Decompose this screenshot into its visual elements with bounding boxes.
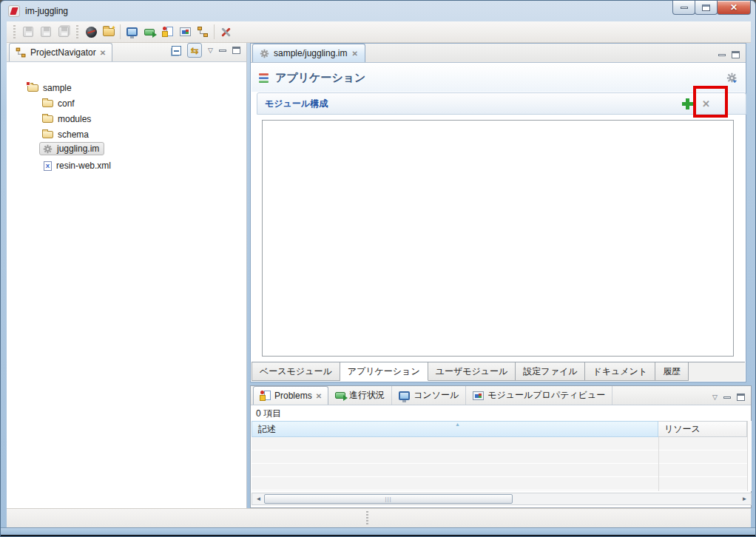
minimize-icon bbox=[681, 7, 688, 9]
collapse-all-icon[interactable] bbox=[172, 46, 181, 55]
view-minimize-icon[interactable] bbox=[219, 50, 226, 52]
tab-label: Problems bbox=[274, 391, 312, 401]
editor-area: sample/juggling.im ✕ アプリケーション モジュール構成 ✕ bbox=[250, 43, 746, 382]
window-controls: ✕ bbox=[673, 1, 751, 15]
gear-icon bbox=[43, 144, 53, 154]
tab-user-module[interactable]: ユーザモジュール bbox=[428, 362, 516, 381]
project-navigator-icon bbox=[16, 48, 27, 58]
toolbar-grip bbox=[76, 25, 78, 38]
main-toolbar: ✦ bbox=[7, 21, 751, 43]
folder-icon bbox=[42, 131, 53, 138]
preferences-button[interactable] bbox=[217, 23, 234, 41]
tab-progress[interactable]: 進行状況 bbox=[328, 386, 392, 405]
tree-item-juggling-im[interactable]: juggling.im bbox=[39, 142, 104, 155]
maximize-button[interactable] bbox=[695, 1, 718, 15]
tree-label: modules bbox=[58, 114, 91, 124]
new-spark-icon: ✦ bbox=[111, 24, 116, 31]
deploy-icon bbox=[86, 27, 97, 38]
view-maximize-icon[interactable] bbox=[232, 47, 240, 54]
save-as-button[interactable] bbox=[37, 23, 55, 41]
problems-table-body bbox=[252, 437, 747, 491]
view-maximize-icon[interactable] bbox=[737, 394, 745, 401]
deploy-button[interactable] bbox=[82, 23, 100, 41]
view-menu-icon[interactable]: ▽ bbox=[208, 47, 213, 54]
tab-document[interactable]: ドキュメント bbox=[585, 362, 655, 381]
save-all-button[interactable] bbox=[55, 23, 72, 41]
link-with-editor-icon[interactable]: ⇆ bbox=[187, 43, 202, 58]
editor-tab-row: sample/juggling.im ✕ bbox=[251, 44, 746, 63]
tab-module-property-view[interactable]: モジュールプロパティビュー bbox=[466, 386, 612, 405]
hierarchy-icon bbox=[198, 27, 209, 37]
tab-problems[interactable]: Problems ✕ bbox=[253, 386, 328, 405]
column-description[interactable]: 記述 ▲ bbox=[252, 421, 658, 437]
folder-icon bbox=[42, 115, 53, 123]
tab-sample-juggling-im[interactable]: sample/juggling.im ✕ bbox=[252, 44, 365, 62]
tab-base-module[interactable]: ベースモジュール bbox=[252, 362, 340, 381]
tab-label: モジュールプロパティビュー bbox=[487, 389, 605, 402]
tab-label: sample/juggling.im bbox=[274, 48, 347, 58]
tab-close-icon[interactable]: ✕ bbox=[351, 50, 357, 58]
save-button[interactable] bbox=[19, 23, 37, 41]
tree-item-conf[interactable]: conf bbox=[42, 97, 75, 110]
editor-bottom-tab-row: ベースモジュール アプリケーション ユーザモジュール 設定ファイル ドキュメント… bbox=[252, 362, 745, 381]
run-task-button[interactable] bbox=[141, 23, 158, 41]
tree-item-schema[interactable]: schema bbox=[42, 128, 89, 141]
module-list[interactable] bbox=[262, 120, 734, 357]
status-grip bbox=[366, 511, 368, 525]
run-task-icon bbox=[144, 29, 155, 36]
vertical-scrollbar-track[interactable] bbox=[747, 421, 752, 491]
project-tree: sample conf modules schema juggling.im X… bbox=[7, 62, 246, 508]
editor-maximize-icon[interactable] bbox=[732, 51, 740, 58]
tree-item-modules[interactable]: modules bbox=[42, 112, 91, 126]
scroll-right-icon[interactable]: ► bbox=[738, 493, 751, 504]
module-view-button[interactable] bbox=[176, 23, 194, 41]
import-project-button[interactable]: ✦ bbox=[100, 23, 118, 41]
horizontal-scrollbar[interactable]: ◄ ||| ► bbox=[252, 493, 752, 505]
tab-label: ProjectNavigator bbox=[30, 47, 96, 58]
scroll-left-icon[interactable]: ◄ bbox=[252, 493, 265, 504]
tree-item-resin-web-xml[interactable]: X resin-web.xml bbox=[44, 159, 111, 172]
tree-label: sample bbox=[43, 83, 72, 93]
gear-menu-icon bbox=[726, 72, 738, 84]
tree-label: schema bbox=[58, 129, 89, 140]
editor-area-controls bbox=[718, 51, 746, 62]
tree-label: juggling.im bbox=[57, 143, 99, 154]
tab-close-icon[interactable]: ✕ bbox=[100, 49, 106, 57]
form-menu-button[interactable] bbox=[726, 72, 738, 84]
console-button[interactable] bbox=[123, 23, 141, 41]
tab-console[interactable]: コンソール bbox=[392, 386, 466, 405]
column-label: リソース bbox=[664, 423, 701, 436]
save-as-icon bbox=[41, 27, 51, 37]
close-button[interactable]: ✕ bbox=[717, 1, 751, 15]
scrollbar-thumb[interactable]: ||| bbox=[264, 494, 513, 504]
bottom-panel-controls: ▽ bbox=[712, 394, 751, 405]
tab-label: 進行状況 bbox=[349, 389, 385, 402]
module-property-tab-icon bbox=[473, 391, 484, 400]
project-navigator-tab-row: ProjectNavigator ✕ ⇆ ▽ bbox=[7, 43, 246, 62]
save-icon bbox=[23, 27, 33, 37]
tab-project-navigator[interactable]: ProjectNavigator ✕ bbox=[9, 43, 112, 61]
folder-icon bbox=[42, 100, 53, 107]
hierarchy-view-button[interactable] bbox=[194, 23, 212, 41]
section-title: モジュール構成 bbox=[265, 98, 328, 110]
problems-view-button[interactable] bbox=[158, 23, 176, 41]
application-form-icon bbox=[259, 73, 269, 83]
tree-item-sample[interactable]: sample bbox=[27, 81, 72, 95]
tab-close-icon[interactable]: ✕ bbox=[316, 392, 322, 400]
tab-config-file[interactable]: 設定ファイル bbox=[516, 362, 585, 381]
app-logo-icon bbox=[8, 5, 20, 17]
tab-application[interactable]: アプリケーション bbox=[340, 362, 428, 381]
open-folder-icon: ✦ bbox=[103, 28, 115, 36]
problems-icon bbox=[162, 27, 173, 37]
minimize-button[interactable] bbox=[672, 1, 695, 15]
progress-tab-icon bbox=[335, 392, 345, 399]
view-menu-icon[interactable]: ▽ bbox=[712, 394, 718, 401]
view-minimize-icon[interactable] bbox=[723, 396, 731, 399]
tools-icon bbox=[220, 27, 232, 38]
tab-history[interactable]: 履歴 bbox=[655, 362, 689, 381]
gear-icon bbox=[260, 49, 269, 58]
view-toolbar: ⇆ ▽ bbox=[172, 43, 246, 61]
add-module-button[interactable] bbox=[682, 98, 693, 109]
editor-minimize-icon[interactable] bbox=[718, 54, 726, 56]
column-resource[interactable]: リソース bbox=[658, 421, 747, 437]
